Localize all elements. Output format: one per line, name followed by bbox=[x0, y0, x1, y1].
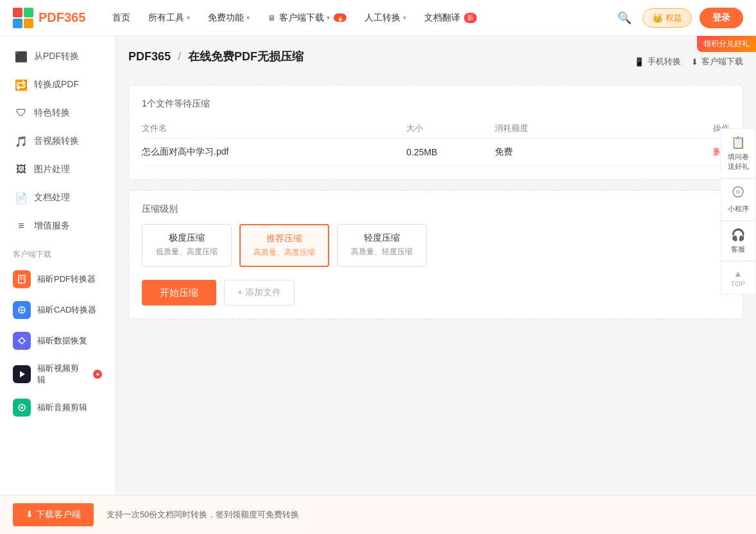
start-compress-button[interactable]: 开始压缩 bbox=[142, 280, 216, 306]
nav-item-download[interactable]: 🖥 客户端下载 ▾ 🔥 bbox=[260, 8, 354, 28]
compress-option-title: 推荐压缩 bbox=[253, 233, 315, 245]
file-table: 文件名 大小 消耗额度 操作 怎么面对高中学习.pdf 0.25MB 免费 删除 bbox=[142, 119, 730, 166]
file-size-cell: 0.25MB bbox=[406, 139, 494, 166]
compress-option-title: 轻度压缩 bbox=[350, 232, 413, 244]
search-button[interactable]: 🔍 bbox=[614, 8, 635, 28]
main-layout: ⬛ 从PDF转换 🔁 转换成PDF 🛡 特色转换 🎵 音视频转换 🖼 图片处理 … bbox=[0, 36, 756, 534]
top-navigation: PDF365 首页 所有工具 ▾ 免费功能 ▾ 🖥 客户端下载 ▾ 🔥 人工转换… bbox=[0, 0, 756, 36]
data-recovery-icon bbox=[13, 332, 31, 350]
file-action-cell: 删除 bbox=[612, 139, 730, 166]
lingjifen-banner[interactable]: 领积分兑好礼 bbox=[697, 36, 756, 52]
logo-area[interactable]: PDF365 bbox=[13, 8, 85, 28]
logo-text: PDF365 bbox=[39, 10, 85, 25]
crown-icon: 👑 bbox=[652, 13, 663, 23]
survey-icon: 📋 bbox=[731, 135, 745, 150]
mini-program-icon bbox=[732, 185, 744, 202]
table-row: 怎么面对高中学习.pdf 0.25MB 免费 删除 bbox=[142, 139, 730, 166]
download-icon: ⬇ bbox=[691, 57, 698, 67]
col-header-cost: 消耗额度 bbox=[495, 119, 612, 139]
sidebar-item-image[interactable]: 🖼 图片处理 bbox=[0, 155, 115, 184]
col-header-filename: 文件名 bbox=[142, 119, 406, 139]
svg-marker-6 bbox=[20, 371, 25, 377]
compress-option-2[interactable]: 轻度压缩 高质量、轻度压缩 bbox=[337, 224, 427, 267]
vip-icon: ≡ bbox=[15, 220, 28, 232]
cad-converter-icon bbox=[13, 301, 31, 319]
sidebar-app-video-editor[interactable]: 福昕视频剪辑 ● bbox=[0, 356, 115, 392]
fire-badge: 🔥 bbox=[334, 13, 347, 22]
bottom-bar-text: 支持一次50份文档同时转换，签到领额度可免费转换 bbox=[107, 509, 299, 521]
quanyi-button[interactable]: 👑 权益 bbox=[642, 8, 692, 28]
pdf-converter-icon bbox=[13, 270, 31, 288]
header-right-actions: 📱 手机转换 ⬇ 客户端下载 bbox=[634, 56, 743, 67]
add-file-button[interactable]: + 添加文件 bbox=[224, 280, 295, 306]
action-buttons: 开始压缩 + 添加文件 bbox=[142, 280, 730, 306]
right-float-panel: 📋 填问卷送好礼 小程序 🎧 客服 ▲ TOP bbox=[720, 128, 756, 295]
customer-service-icon: 🎧 bbox=[731, 228, 745, 242]
top-arrow-icon: ▲ bbox=[734, 268, 743, 279]
chevron-down-icon: ▾ bbox=[246, 14, 250, 21]
nav-links: 首页 所有工具 ▾ 免费功能 ▾ 🖥 客户端下载 ▾ 🔥 人工转换 ▾ 文档翻译… bbox=[105, 8, 614, 28]
nav-item-home[interactable]: 首页 bbox=[105, 8, 138, 28]
doc-icon: 📄 bbox=[15, 191, 28, 204]
new-badge: 新 bbox=[464, 13, 477, 23]
compress-option-desc: 高质量、高度压缩 bbox=[253, 247, 315, 258]
chevron-down-icon: ▾ bbox=[327, 14, 330, 21]
sidebar-app-cad-converter[interactable]: 福昕CAD转换器 bbox=[0, 295, 115, 325]
login-button[interactable]: 登录 bbox=[700, 8, 743, 28]
sidebar-item-vip[interactable]: ≡ 增值服务 bbox=[0, 212, 115, 240]
client-download-button[interactable]: ⬇ 客户端下载 bbox=[691, 56, 743, 67]
mobile-convert-button[interactable]: 📱 手机转换 bbox=[634, 56, 681, 67]
nav-item-free[interactable]: 免费功能 ▾ bbox=[200, 8, 257, 28]
sidebar-app-audio-editor[interactable]: 福昕音频剪辑 bbox=[0, 392, 115, 423]
top-button[interactable]: ▲ TOP bbox=[720, 261, 756, 295]
mini-program-button[interactable]: 小程序 bbox=[720, 178, 756, 221]
nav-actions: 🔍 👑 权益 登录 bbox=[614, 8, 743, 28]
nav-item-translate[interactable]: 文档翻译 新 bbox=[417, 8, 485, 28]
compress-option-desc: 低质量、高度压缩 bbox=[155, 246, 218, 257]
survey-button[interactable]: 📋 填问卷送好礼 bbox=[720, 128, 756, 178]
sidebar-item-media[interactable]: 🎵 音视频转换 bbox=[0, 127, 115, 155]
compress-option-0[interactable]: 极度压缩 低质量、高度压缩 bbox=[142, 224, 232, 267]
sidebar-item-from-pdf[interactable]: ⬛ 从PDF转换 bbox=[0, 42, 115, 71]
compress-title: 压缩级别 bbox=[142, 203, 730, 215]
sidebar-item-doc[interactable]: 📄 文档处理 bbox=[0, 184, 115, 212]
to-pdf-icon: 🔁 bbox=[15, 78, 28, 91]
compress-option-1[interactable]: 推荐压缩 高质量、高度压缩 bbox=[239, 224, 329, 267]
image-icon: 🖼 bbox=[15, 163, 28, 176]
mobile-icon: 📱 bbox=[634, 57, 644, 67]
video-new-badge: ● bbox=[93, 370, 102, 379]
chevron-down-icon: ▾ bbox=[187, 14, 190, 21]
customer-service-button[interactable]: 🎧 客服 bbox=[720, 221, 756, 261]
col-header-action: 操作 bbox=[612, 119, 730, 139]
compress-option-desc: 高质量、轻度压缩 bbox=[350, 246, 413, 257]
sidebar-app-data-recovery[interactable]: 福昕数据恢复 bbox=[0, 325, 115, 356]
monitor-icon: 🖥 bbox=[268, 13, 275, 22]
col-header-size: 大小 bbox=[406, 119, 494, 139]
file-cost-cell: 免费 bbox=[495, 139, 612, 166]
logo-icon bbox=[13, 8, 33, 28]
chevron-down-icon: ▾ bbox=[403, 14, 406, 21]
compress-option-title: 极度压缩 bbox=[155, 232, 218, 244]
media-icon: 🎵 bbox=[15, 135, 28, 148]
file-count-label: 1个文件等待压缩 bbox=[142, 98, 730, 110]
file-name-cell: 怎么面对高中学习.pdf bbox=[142, 139, 406, 166]
svg-point-8 bbox=[21, 406, 23, 409]
from-pdf-icon: ⬛ bbox=[15, 50, 28, 63]
main-content: PDF365 / 在线免费PDF无损压缩 📱 手机转换 ⬇ 客户端下载 1个文件… bbox=[116, 36, 756, 534]
download-client-bar-button[interactable]: ⬇ 下载客户端 bbox=[13, 503, 94, 526]
sidebar-section-download: 客户端下载 bbox=[0, 240, 115, 264]
audio-editor-icon bbox=[13, 399, 31, 417]
compress-section: 压缩级别 极度压缩 低质量、高度压缩 推荐压缩 高质量、高度压缩 轻度压缩 高质… bbox=[128, 190, 743, 319]
sidebar-app-pdf-converter[interactable]: 福昕PDF转换器 bbox=[0, 264, 115, 295]
breadcrumb: PDF365 / 在线免费PDF无损压缩 bbox=[128, 49, 304, 64]
special-icon: 🛡 bbox=[15, 107, 28, 119]
sidebar-item-special[interactable]: 🛡 特色转换 bbox=[0, 99, 115, 127]
nav-item-tools[interactable]: 所有工具 ▾ bbox=[141, 8, 198, 28]
nav-item-manual[interactable]: 人工转换 ▾ bbox=[357, 8, 414, 28]
compress-options: 极度压缩 低质量、高度压缩 推荐压缩 高质量、高度压缩 轻度压缩 高质量、轻度压… bbox=[142, 224, 730, 267]
sidebar-item-to-pdf[interactable]: 🔁 转换成PDF bbox=[0, 71, 115, 99]
breadcrumb-area: PDF365 / 在线免费PDF无损压缩 📱 手机转换 ⬇ 客户端下载 bbox=[128, 49, 743, 74]
video-editor-icon bbox=[13, 365, 31, 383]
svg-point-9 bbox=[733, 187, 743, 197]
bottom-bar: ⬇ 下载客户端 支持一次50份文档同时转换，签到领额度可免费转换 bbox=[0, 495, 756, 534]
